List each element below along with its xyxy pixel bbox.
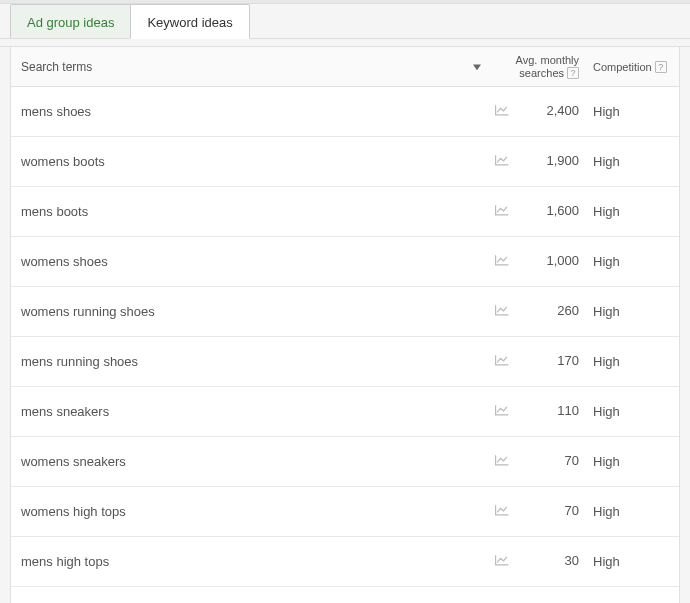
cell-search-term[interactable]: mens boots	[11, 204, 467, 219]
cell-competition: High	[587, 554, 679, 569]
trend-chart-button[interactable]	[487, 153, 517, 170]
cell-search-term[interactable]: mens running shoes	[11, 354, 467, 369]
trend-chart-button[interactable]	[487, 453, 517, 470]
table-row: mens boots1,600High	[11, 187, 679, 237]
table-body: mens shoes2,400Highwomens boots1,900High…	[11, 87, 679, 603]
trend-chart-button[interactable]	[487, 503, 517, 520]
cell-avg-searches: 70	[517, 504, 587, 518]
keyword-table: Search terms Avg. monthly searches ? Com…	[10, 47, 680, 603]
table-row: mens running shoes170High	[11, 337, 679, 387]
cell-search-term[interactable]: womens shoes	[11, 254, 467, 269]
cell-search-term[interactable]: womens running shoes	[11, 304, 467, 319]
cell-avg-searches: 2,400	[517, 104, 587, 118]
cell-avg-searches: 70	[517, 454, 587, 468]
header-competition[interactable]: Competition ?	[587, 61, 679, 73]
chart-icon	[494, 203, 510, 220]
cell-avg-searches: 110	[517, 404, 587, 418]
help-icon[interactable]: ?	[655, 61, 667, 73]
header-competition-label: Competition	[593, 61, 652, 73]
chart-icon	[494, 353, 510, 370]
tab-ad-group-ideas[interactable]: Ad group ideas	[10, 4, 131, 38]
cell-competition: High	[587, 304, 679, 319]
trend-chart-button[interactable]	[487, 103, 517, 120]
table-row: mens shoes2,400High	[11, 87, 679, 137]
cell-avg-searches: 30	[517, 554, 587, 568]
cell-competition: High	[587, 354, 679, 369]
cell-avg-searches: 170	[517, 354, 587, 368]
chart-icon	[494, 403, 510, 420]
tab-keyword-ideas[interactable]: Keyword ideas	[130, 4, 249, 39]
header-search-terms[interactable]: Search terms	[11, 60, 467, 74]
cell-search-term[interactable]: womens sneakers	[11, 454, 467, 469]
trend-chart-button[interactable]	[487, 353, 517, 370]
trend-chart-button[interactable]	[487, 203, 517, 220]
table-header-row: Search terms Avg. monthly searches ? Com…	[11, 47, 679, 87]
cell-competition: High	[587, 204, 679, 219]
chart-icon	[494, 253, 510, 270]
sort-indicator[interactable]	[467, 59, 487, 74]
header-avg-line1: Avg. monthly	[516, 54, 579, 66]
cell-competition: High	[587, 454, 679, 469]
tab-spacer	[0, 39, 690, 47]
table-row: mens sneakers110High	[11, 387, 679, 437]
table-row: womens high tops70High	[11, 487, 679, 537]
cell-avg-searches: 1,000	[517, 254, 587, 268]
chart-icon	[494, 453, 510, 470]
help-icon[interactable]: ?	[567, 67, 579, 79]
chart-icon	[494, 303, 510, 320]
cell-avg-searches: 1,900	[517, 154, 587, 168]
chart-icon	[494, 503, 510, 520]
cell-search-term[interactable]: mens shoes	[11, 104, 467, 119]
table-row: mens jogging shoes10Medium	[11, 587, 679, 603]
cell-avg-searches: 1,600	[517, 204, 587, 218]
chart-icon	[494, 153, 510, 170]
table-row: womens sneakers70High	[11, 437, 679, 487]
tabs-container: Ad group ideas Keyword ideas	[0, 4, 690, 39]
header-avg-line2: searches	[519, 67, 564, 79]
cell-search-term[interactable]: mens high tops	[11, 554, 467, 569]
header-avg-searches[interactable]: Avg. monthly searches ?	[517, 54, 587, 78]
table-row: womens running shoes260High	[11, 287, 679, 337]
cell-search-term[interactable]: womens boots	[11, 154, 467, 169]
cell-competition: High	[587, 104, 679, 119]
cell-competition: High	[587, 504, 679, 519]
chart-icon	[494, 553, 510, 570]
trend-chart-button[interactable]	[487, 303, 517, 320]
cell-search-term[interactable]: womens high tops	[11, 504, 467, 519]
sort-desc-icon	[473, 59, 481, 74]
table-row: womens shoes1,000High	[11, 237, 679, 287]
trend-chart-button[interactable]	[487, 553, 517, 570]
header-search-terms-label: Search terms	[21, 60, 92, 74]
trend-chart-button[interactable]	[487, 403, 517, 420]
cell-competition: High	[587, 154, 679, 169]
cell-competition: High	[587, 254, 679, 269]
chart-icon	[494, 103, 510, 120]
svg-marker-0	[473, 65, 481, 71]
cell-search-term[interactable]: mens sneakers	[11, 404, 467, 419]
table-row: mens high tops30High	[11, 537, 679, 587]
cell-avg-searches: 260	[517, 304, 587, 318]
cell-competition: High	[587, 404, 679, 419]
table-row: womens boots1,900High	[11, 137, 679, 187]
trend-chart-button[interactable]	[487, 253, 517, 270]
